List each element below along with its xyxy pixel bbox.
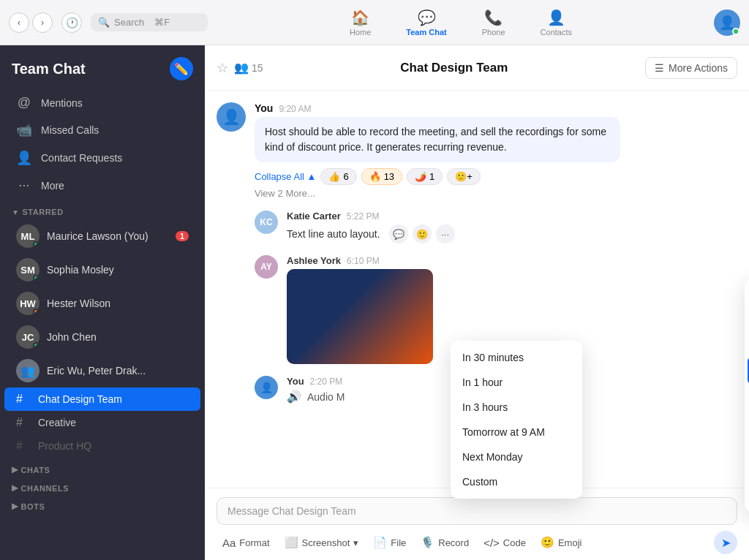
history-button[interactable]: 🕐: [61, 12, 82, 33]
reply-time-3: 6:10 PM: [347, 256, 380, 266]
remind-custom[interactable]: Custom: [451, 469, 582, 494]
image-inner: [287, 269, 433, 364]
tab-home[interactable]: 🏠 Home: [344, 6, 377, 39]
search-box[interactable]: 🔍 Search ⌘F: [91, 13, 208, 31]
audio-icon: 🔊: [287, 390, 301, 404]
contact-item-sophia[interactable]: SM Sophia Mosley: [4, 253, 200, 287]
reply-sender-4: You: [287, 376, 304, 387]
reaction-pepper[interactable]: 🌶️ 1: [407, 168, 443, 185]
remind-1hr-label: In 1 hour: [462, 377, 503, 388]
contact-name-maurice: Maurice Lawson (You): [47, 230, 168, 242]
members-count: 15: [252, 62, 263, 74]
sidebar-item-mentions[interactable]: @ Mentions: [4, 89, 200, 116]
badge-maurice: 1: [176, 231, 189, 241]
message-input[interactable]: Message Chat Design Team: [217, 497, 737, 525]
msg-avatar-1: 👤: [217, 102, 246, 132]
collapse-all-button[interactable]: Collapse All ▲: [255, 171, 316, 182]
user-avatar-area[interactable]: 👤: [714, 10, 740, 36]
remind-tomorrow[interactable]: Tomorrow at 9 AM: [451, 420, 582, 444]
contact-avatar-sophia: SM: [16, 258, 39, 281]
sidebar: Team Chat ✏️ @ Mentions 📹 Missed Calls 👤…: [0, 45, 205, 560]
bots-section-label[interactable]: ▶ BOTS: [0, 494, 205, 512]
format-button[interactable]: Aa Format: [217, 533, 276, 553]
reply-text-2: Text line auto layout. 💬 🙂 ···: [287, 224, 737, 243]
record-button[interactable]: 🎙️ Record: [415, 532, 475, 553]
remind-3hrs[interactable]: In 3 hours: [451, 395, 582, 420]
search-icon: 🔍: [98, 17, 110, 28]
view-more-button[interactable]: View 2 More...: [255, 188, 737, 199]
code-button[interactable]: </> Code: [478, 533, 532, 553]
reply-action-emoji[interactable]: 🙂: [413, 224, 432, 243]
context-menu: Mark as Unread Bookmark Follow Message R…: [745, 279, 749, 512]
tab-team-chat[interactable]: 💬 Team Chat: [400, 6, 452, 39]
reaction-pepper-count: 1: [429, 171, 434, 182]
context-menu-share-message[interactable]: Share Message...: [745, 383, 749, 408]
reaction-fire[interactable]: 🔥 13: [361, 168, 402, 185]
context-menu-bookmark[interactable]: Bookmark: [745, 309, 749, 333]
bots-label: BOTS: [21, 502, 45, 511]
contact-item-eric[interactable]: 👥 Eric Wu, Peter Drak...: [4, 354, 200, 387]
context-menu-mark-unread[interactable]: Mark as Unread: [745, 284, 749, 309]
reaction-thumbsup[interactable]: 👍 6: [320, 168, 356, 185]
more-actions-button[interactable]: ☰ More Actions: [645, 57, 737, 79]
status-dot-sophia: [33, 275, 39, 281]
remind-submenu: In 30 minutes In 1 hour In 3 hours Tomor…: [451, 341, 582, 499]
channels-section-label[interactable]: ▶ CHANNELS: [0, 476, 205, 494]
channel-name-creative: Creative: [38, 417, 76, 428]
tab-phone[interactable]: 📞 Phone: [476, 6, 511, 39]
context-menu-quote[interactable]: Quote: [745, 458, 749, 483]
bots-chevron: ▶: [12, 502, 18, 511]
reply-avatar-2: KC: [255, 211, 278, 234]
contact-name-sophia: Sophia Mosley: [47, 264, 189, 276]
file-button[interactable]: 📄 File: [367, 532, 412, 553]
chats-section-label[interactable]: ▶ CHATS: [0, 458, 205, 476]
missed-calls-icon: 📹: [16, 122, 32, 138]
remind-1hr[interactable]: In 1 hour: [451, 370, 582, 395]
sidebar-item-more[interactable]: ··· More: [4, 172, 200, 199]
channel-item-chat-design[interactable]: # Chat Design Team: [4, 387, 200, 411]
starred-section-header[interactable]: ▼ STARRED: [0, 199, 205, 219]
sidebar-item-missed-calls[interactable]: 📹 Missed Calls: [4, 116, 200, 144]
send-button[interactable]: ➤: [714, 531, 737, 554]
image-message-3: [287, 269, 433, 364]
msg-meta-1: You 9:20 AM: [255, 102, 737, 114]
reactions-row-1: Collapse All ▲ 👍 6 🔥 13 🌶️ 1 🙂+: [255, 168, 737, 185]
context-menu-pin-for-everyone[interactable]: Pin for Everyone: [745, 483, 749, 507]
star-button[interactable]: ☆: [217, 60, 228, 76]
emoji-button[interactable]: 🙂 Emoji: [535, 532, 588, 553]
msg-bubble-1: Host should be able to record the meetin…: [255, 117, 620, 162]
starred-chevron: ▼: [12, 208, 19, 216]
chats-label: CHATS: [21, 466, 50, 474]
reaction-add[interactable]: 🙂+: [447, 168, 481, 185]
tab-contacts[interactable]: 👤 Contacts: [535, 6, 578, 39]
context-menu-copy[interactable]: Copy: [745, 433, 749, 458]
status-dot-john: [33, 342, 39, 349]
top-bar: ‹ › 🕐 🔍 Search ⌘F 🏠 Home 💬 Team Chat 📞 P…: [0, 0, 749, 45]
contact-item-hester[interactable]: HW Hester Wilson: [4, 287, 200, 320]
channel-item-product[interactable]: # Product HQ: [4, 434, 200, 458]
main-area: Team Chat ✏️ @ Mentions 📹 Missed Calls 👤…: [0, 45, 749, 560]
emoji-icon: 🙂: [541, 536, 554, 549]
sidebar-item-contact-requests[interactable]: 👤 Contact Requests: [4, 144, 200, 172]
contact-item-john[interactable]: JC John Chen: [4, 320, 200, 354]
sidebar-header: Team Chat ✏️: [0, 45, 205, 89]
file-label: File: [391, 537, 406, 548]
remind-next-monday[interactable]: Next Monday: [451, 444, 582, 469]
toolbar-row: Aa Format ⬜ Screenshot ▾ 📄 File 🎙️ Recor…: [217, 531, 737, 554]
compose-button[interactable]: ✏️: [170, 57, 193, 80]
reply-sender-2: Katie Carter: [287, 211, 341, 222]
screenshot-label: Screenshot: [302, 537, 350, 548]
channel-item-creative[interactable]: # Creative: [4, 411, 200, 434]
contacts-icon: 👤: [547, 9, 565, 26]
format-icon: Aa: [222, 537, 236, 549]
screenshot-button[interactable]: ⬜ Screenshot ▾: [279, 532, 365, 553]
forward-button[interactable]: ›: [32, 12, 53, 33]
contact-item-maurice[interactable]: ML Maurice Lawson (You) 1: [4, 219, 200, 253]
context-menu-follow-message[interactable]: Follow Message: [745, 333, 749, 358]
send-icon: ➤: [721, 536, 731, 550]
back-button[interactable]: ‹: [9, 12, 29, 33]
reply-action-more[interactable]: ···: [436, 224, 455, 243]
context-menu-copy-link[interactable]: Copy Link to Message: [745, 408, 749, 433]
remind-30min[interactable]: In 30 minutes: [451, 345, 582, 370]
reply-action-thread[interactable]: 💬: [389, 224, 408, 243]
